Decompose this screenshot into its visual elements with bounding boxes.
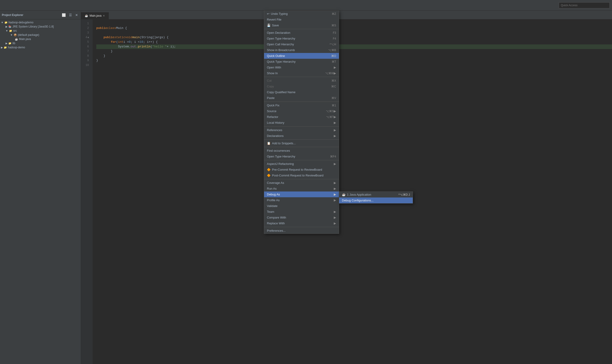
local-history-arrow: ▶ [334, 121, 336, 124]
tree-item-lib[interactable]: ▶ 📁 lib [0, 41, 81, 45]
show-in-breadcrumb-label: Show in Breadcrumb [267, 48, 324, 52]
menu-item-quick-fix[interactable]: Quick Fix ⌘1 [264, 103, 339, 108]
project-icon: ▼ [1, 21, 3, 24]
code-line-1 [96, 21, 612, 26]
menu-item-undo-typing[interactable]: ↩ Undo Typing ⌘Z [264, 11, 339, 17]
menu-item-copy: Copy ⌘C [264, 83, 339, 89]
run-as-arrow: ▶ [334, 187, 336, 190]
jre-lib-icon: 📚 [8, 25, 12, 28]
menu-item-compare-with[interactable]: Compare With ▶ [264, 215, 339, 221]
submenu-item-java-app[interactable]: ☕ 1 Java Application ^⌥⌘D J [339, 192, 413, 197]
source-arrow: ▶ [334, 109, 336, 113]
menu-item-replace-with[interactable]: Replace With ▶ [264, 221, 339, 226]
src-expand-icon: ▼ [6, 29, 8, 32]
menu-item-copy-qualified-name[interactable]: Copy Qualified Name [264, 89, 339, 95]
menu-item-quick-outline[interactable]: Quick Outline ⌘O [264, 53, 339, 59]
menu-item-references[interactable]: References ▶ [264, 127, 339, 133]
tree-item-main-java[interactable]: ☕ Main.java [0, 37, 81, 41]
code-line-5: for ( int i = 0 ; i < 10 ; i++) { [96, 40, 612, 44]
quick-outline-shortcut: ⌘O [326, 54, 336, 58]
open-declaration-label: Open Declaration [267, 31, 328, 34]
package-icon: 📦 [14, 34, 17, 37]
tab-main-java[interactable]: ☕ Main.java ✕ [81, 12, 109, 19]
pre-commit-icon: 🔶 [267, 168, 271, 171]
menu-item-open-type-hierarchy2[interactable]: Open Type Hierarchy ⌘F4 [264, 154, 339, 159]
declarations-arrow: ▶ [334, 134, 336, 138]
code-line-9: } [96, 58, 612, 63]
sidebar-minimize-icon[interactable]: ⬜ [61, 13, 67, 17]
menu-item-post-commit[interactable]: 🔶 Post-Commit Request to ReviewBoard [264, 172, 339, 178]
sidebar-header: Project Explorer ⬜ ☰ ✕ [0, 11, 81, 19]
show-in-arrow: ▶ [334, 71, 336, 75]
quick-access-input[interactable] [559, 2, 610, 8]
menu-item-open-with[interactable]: Open With ▶ [264, 65, 339, 70]
project-explorer-title: Project Explorer [2, 13, 59, 17]
quick-fix-shortcut: ⌘1 [327, 104, 336, 107]
refactor-arrow: ▶ [334, 115, 336, 119]
semi2: ; i++) { [143, 40, 158, 44]
menu-item-show-in[interactable]: Show In ⌥⌘W ▶ [264, 70, 339, 76]
menu-item-preferences[interactable]: Preferences... [264, 228, 339, 234]
tree-item-label: Main.java [19, 38, 31, 41]
menu-item-add-to-snippets[interactable]: 📋 Add to Snippets... [264, 140, 339, 146]
menu-item-quick-type-hierarchy[interactable]: Quick Type Hierarchy ⌘T [264, 59, 339, 65]
package-expand-icon: ▼ [10, 34, 13, 36]
team-arrow: ▶ [334, 210, 336, 213]
tree-item-hadoop-debugdemo[interactable]: ▼ 📁 hadoop-debugdemo [0, 20, 81, 25]
project-tree: ▼ 📁 hadoop-debugdemo ▶ 📚 JRE System Libr… [0, 19, 81, 364]
sidebar-menu-icon[interactable]: ☰ [68, 13, 73, 17]
menu-item-run-as[interactable]: Run As ▶ [264, 186, 339, 192]
code-line-10 [96, 63, 612, 67]
show-in-shortcut: ⌥⌘W [321, 72, 334, 75]
submenu-item-debug-configurations[interactable]: Debug Configurations... [339, 197, 413, 203]
tree-item-src[interactable]: ▼ 📁 src [0, 29, 81, 33]
tree-item-default-package[interactable]: ▼ 📦 (default package) [0, 33, 81, 37]
menu-item-source[interactable]: Source ⌥⌘S ▶ [264, 108, 339, 114]
quick-fix-label: Quick Fix [267, 104, 327, 107]
open-type-hierarchy2-shortcut: ⌘F4 [326, 155, 336, 158]
kw-void: void [125, 35, 132, 40]
for-paren: ( [116, 40, 118, 44]
menu-item-debug-as[interactable]: Debug As ▶ ☕ 1 Java Application ^⌥⌘D J D… [264, 192, 339, 197]
menu-item-profile-as[interactable]: Profile As ▶ [264, 197, 339, 203]
line-num-1: 1 [81, 21, 91, 26]
menu-item-find-occurrences[interactable]: Find occurrences [264, 148, 339, 154]
quick-outline-label: Quick Outline [267, 54, 326, 58]
menu-item-declarations[interactable]: Declarations ▶ [264, 133, 339, 139]
menu-item-show-in-breadcrumb[interactable]: Show in Breadcrumb ⌥⌘B [264, 47, 339, 53]
menu-item-refactor[interactable]: Refactor ⌥⌘T ▶ [264, 114, 339, 120]
line-num-9: 9 [81, 58, 91, 63]
menu-item-local-history[interactable]: Local History ▶ [264, 120, 339, 126]
menu-item-validate[interactable]: Validate [264, 203, 339, 209]
menu-item-paste[interactable]: Paste ⌘V [264, 95, 339, 101]
menu-item-save[interactable]: 💾 Save ⌘S [264, 22, 339, 28]
tab-close-icon[interactable]: ✕ [103, 14, 105, 17]
references-arrow: ▶ [334, 128, 336, 132]
line-num-7: 7 [81, 49, 91, 54]
tree-item-jre[interactable]: ▶ 📚 JRE System Library [JavaSE-1.8] [0, 25, 81, 29]
debug-as-label: Debug As [267, 193, 334, 196]
separator7 [264, 160, 339, 160]
open-with-arrow: ▶ [334, 66, 336, 69]
menu-item-aspectj[interactable]: AspectJ Refactoring ▶ [264, 161, 339, 167]
quick-type-hierarchy-label: Quick Type Hierarchy [267, 60, 327, 63]
menu-item-open-call-hierarchy[interactable]: Open Call Hierarchy ^⌥H [264, 41, 339, 47]
menu-item-open-type-hierarchy[interactable]: Open Type Hierarchy F4 [264, 36, 339, 41]
tree-item-hadoop-demo[interactable]: ▶ 📁 hadoop-demo [0, 45, 81, 50]
menu-item-team[interactable]: Team ▶ [264, 209, 339, 215]
line-num-4: 4◀ [81, 35, 91, 40]
menu-item-pre-commit[interactable]: 🔶 Pre-Commit Request to ReviewBoard [264, 167, 339, 172]
menu-item-open-declaration[interactable]: Open Declaration F3 [264, 30, 339, 36]
undo-icon: ↩ [267, 12, 270, 15]
java-app-shortcut: ^⌥⌘D J [394, 193, 410, 196]
code-line-4: public static void main ( String [] args… [96, 35, 612, 40]
undo-shortcut: ⌘Z [327, 12, 336, 15]
separator6 [264, 147, 339, 147]
snippets-icon: 📋 [267, 142, 271, 145]
menu-item-coverage-as[interactable]: Coverage As ▶ [264, 180, 339, 186]
aspectj-label: AspectJ Refactoring [267, 162, 334, 166]
menu-item-revert-file[interactable]: Revert File [264, 17, 339, 22]
sidebar-close-icon[interactable]: ✕ [74, 13, 79, 17]
indent6 [96, 44, 118, 49]
num-zero: 0 [129, 40, 131, 44]
